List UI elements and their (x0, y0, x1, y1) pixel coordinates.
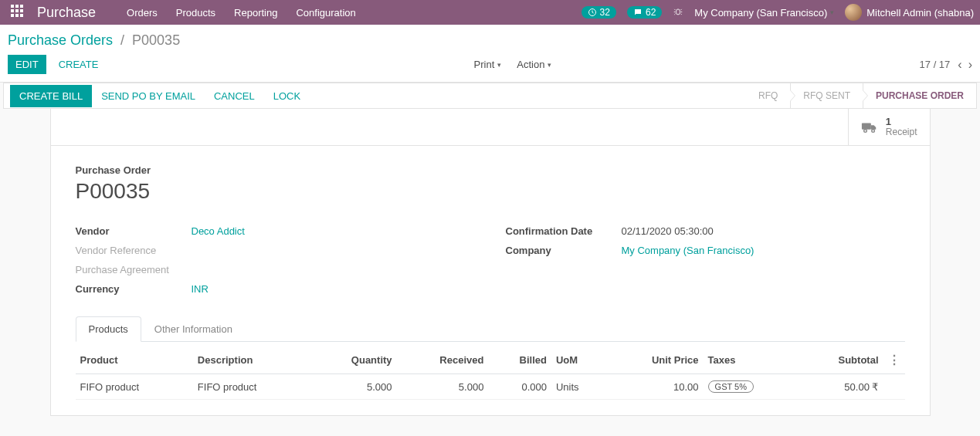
activity-badge[interactable]: 32 (582, 6, 616, 19)
send-po-button[interactable]: SEND PO BY EMAIL (92, 85, 205, 107)
menu-configuration[interactable]: Configuration (296, 7, 355, 19)
company-name: My Company (San Francisco) (694, 7, 827, 19)
status-bar: CREATE BILL SEND PO BY EMAIL CANCEL LOCK… (3, 83, 977, 109)
col-quantity[interactable]: Quantity (310, 346, 396, 374)
col-description[interactable]: Description (193, 346, 310, 374)
cell-quantity: 5.000 (310, 374, 396, 400)
columns-menu-icon[interactable]: ⋮ (888, 353, 900, 367)
stage-rfq-sent[interactable]: RFQ SENT (790, 83, 863, 108)
cancel-button[interactable]: CANCEL (205, 85, 264, 107)
vendor-value[interactable]: Deco Addict (192, 225, 245, 237)
svg-point-2 (863, 129, 866, 132)
breadcrumb-parent[interactable]: Purchase Orders (8, 32, 113, 49)
menu-orders[interactable]: Orders (127, 7, 158, 19)
col-taxes[interactable]: Taxes (704, 346, 799, 374)
confirm-date-value: 02/11/2020 05:30:00 (622, 225, 714, 237)
user-menu[interactable]: Mitchell Admin (shabna) (845, 4, 974, 21)
activity-count: 32 (600, 7, 610, 18)
tab-nav: Products Other Information (76, 316, 905, 342)
po-title-label: Purchase Order (76, 164, 905, 176)
chevron-down-icon: ▾ (830, 8, 834, 16)
breadcrumb-current: P00035 (132, 32, 180, 49)
cell-taxes: GST 5% (704, 374, 799, 400)
company-switcher[interactable]: My Company (San Francisco) ▾ (694, 7, 834, 19)
col-billed[interactable]: Billed (488, 346, 551, 374)
avatar (845, 4, 862, 21)
cell-uom: Units (551, 374, 607, 400)
apps-icon[interactable] (11, 5, 26, 20)
form-sheet: 1 Receipt Purchase Order P00035 Vendor D… (50, 109, 931, 416)
company-value[interactable]: My Company (San Francisco) (622, 245, 754, 256)
edit-button[interactable]: EDIT (8, 55, 46, 74)
currency-label: Currency (76, 283, 192, 295)
status-stages: RFQ RFQ SENT PURCHASE ORDER (746, 83, 976, 108)
currency-value[interactable]: INR (192, 283, 209, 295)
col-received[interactable]: Received (397, 346, 489, 374)
company-label: Company (506, 245, 622, 256)
control-panel: Purchase Orders / P00035 EDIT CREATE Pri… (0, 25, 980, 83)
col-product[interactable]: Product (76, 346, 193, 374)
stage-rfq[interactable]: RFQ (746, 83, 790, 108)
cell-description: FIFO product (193, 374, 310, 400)
pager-text: 17 / 17 (920, 59, 951, 70)
menu-reporting[interactable]: Reporting (234, 7, 277, 19)
truck-icon (861, 120, 878, 134)
po-number: P00035 (76, 179, 905, 204)
cell-unit-price: 10.00 (607, 374, 704, 400)
breadcrumb: Purchase Orders / P00035 (8, 32, 180, 49)
lock-button[interactable]: LOCK (264, 85, 310, 107)
tab-other-information[interactable]: Other Information (141, 316, 246, 342)
clock-icon (588, 8, 597, 17)
create-button[interactable]: CREATE (51, 55, 107, 74)
cell-received: 5.000 (397, 374, 489, 400)
tax-badge: GST 5% (708, 380, 754, 393)
cell-billed: 0.000 (488, 374, 551, 400)
receipt-stat-button[interactable]: 1 Receipt (848, 109, 930, 145)
cell-subtotal: 50.00 ₹ (798, 374, 883, 400)
pager: 17 / 17 ‹ › (920, 58, 972, 72)
order-lines-table: Product Description Quantity Received Bi… (76, 346, 905, 400)
stage-purchase-order[interactable]: PURCHASE ORDER (863, 83, 976, 108)
svg-rect-1 (862, 123, 871, 129)
top-navbar: Purchase Orders Products Reporting Confi… (0, 0, 980, 25)
col-unit-price[interactable]: Unit Price (607, 346, 704, 374)
top-menu: Orders Products Reporting Configuration (127, 7, 582, 19)
message-badge[interactable]: 62 (627, 6, 662, 19)
purchase-agreement-label: Purchase Agreement (76, 264, 192, 275)
message-count: 62 (646, 7, 656, 18)
receipt-count: 1 (886, 117, 917, 127)
pager-prev[interactable]: ‹ (958, 58, 961, 72)
cell-product: FIFO product (76, 374, 193, 400)
app-brand[interactable]: Purchase (37, 5, 96, 21)
receipt-label: Receipt (886, 127, 917, 137)
print-label: Print (474, 59, 495, 70)
vendor-ref-label: Vendor Reference (76, 245, 192, 256)
chevron-down-icon: ▾ (548, 61, 551, 69)
tab-products[interactable]: Products (76, 316, 141, 342)
table-row[interactable]: FIFO product FIFO product 5.000 5.000 0.… (76, 374, 905, 400)
action-dropdown[interactable]: Action ▾ (517, 59, 551, 70)
vendor-label: Vendor (76, 225, 192, 237)
chevron-down-icon: ▾ (497, 61, 501, 69)
svg-point-3 (872, 129, 875, 132)
breadcrumb-separator: / (120, 32, 124, 49)
top-right: 32 62 My Company (San Francisco) ▾ Mitch… (582, 4, 974, 21)
col-uom[interactable]: UoM (551, 346, 607, 374)
confirm-date-label: Confirmation Date (506, 225, 622, 237)
create-bill-button[interactable]: CREATE BILL (10, 85, 92, 107)
print-dropdown[interactable]: Print ▾ (474, 59, 502, 70)
action-label: Action (517, 59, 544, 70)
col-subtotal[interactable]: Subtotal (798, 346, 883, 374)
pager-next[interactable]: › (968, 58, 972, 72)
menu-products[interactable]: Products (176, 7, 215, 19)
debug-icon[interactable] (673, 7, 683, 18)
user-name: Mitchell Admin (shabna) (866, 7, 974, 19)
chat-icon (633, 8, 643, 17)
